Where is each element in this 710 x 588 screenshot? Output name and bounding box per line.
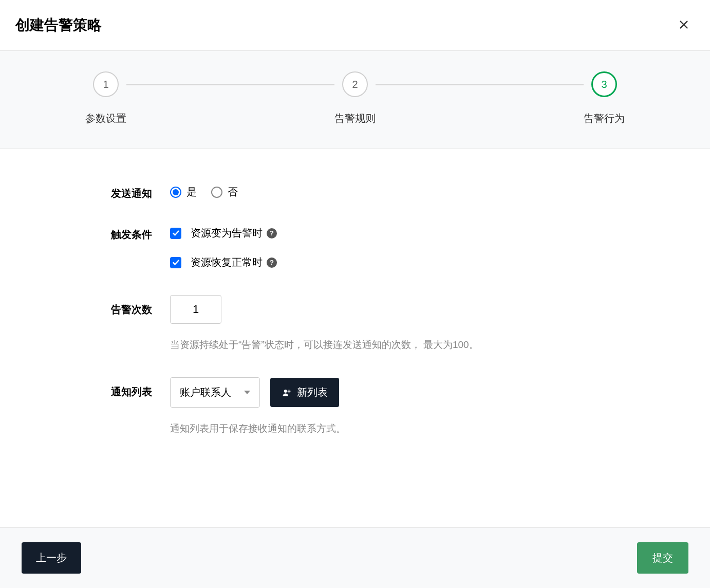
row-notification-list: 通知列表 账户联系人 新列表 通知列表用于保存接收通知的联系方式。 (98, 377, 612, 435)
checkbox-icon (170, 228, 181, 239)
submit-button[interactable]: 提交 (637, 542, 688, 574)
new-list-button[interactable]: 新列表 (270, 378, 339, 407)
radio-yes[interactable]: 是 (170, 185, 197, 199)
radio-icon (211, 187, 222, 198)
radio-label: 否 (228, 185, 238, 199)
svg-point-2 (284, 390, 287, 393)
checkbox-group-trigger: 资源变为告警时 ? 资源恢复正常时 ? (170, 226, 612, 269)
field-label: 触发条件 (98, 226, 170, 242)
help-icon[interactable]: ? (267, 258, 277, 268)
field-label: 发送通知 (98, 185, 170, 200)
step-connector (376, 84, 584, 85)
checkbox-label: 资源恢复正常时 ? (191, 255, 277, 269)
add-user-icon (282, 388, 292, 397)
field-label: 通知列表 (98, 377, 170, 399)
checkbox-text: 资源变为告警时 (191, 226, 263, 240)
dropdown-selected: 账户联系人 (180, 385, 231, 399)
checkbox-text: 资源恢复正常时 (191, 255, 263, 269)
form-body: 发送通知 是 否 触发条件 (98, 149, 612, 435)
step-label: 参数设置 (85, 112, 126, 125)
alarm-count-input[interactable] (170, 295, 221, 324)
help-icon[interactable]: ? (267, 228, 277, 238)
row-alarm-count: 告警次数 当资源持续处于“告警”状态时，可以接连发送通知的次数， 最大为100。 (98, 295, 612, 352)
dialog-title: 创建告警策略 (15, 15, 102, 35)
button-label: 新列表 (297, 385, 328, 399)
row-trigger-condition: 触发条件 资源变为告警时 ? 资源恢复正常时 (98, 226, 612, 269)
step-3[interactable]: 3 告警行为 (584, 71, 625, 125)
checkbox-label: 资源变为告警时 ? (191, 226, 277, 240)
row-send-notification: 发送通知 是 否 (98, 185, 612, 200)
svg-rect-4 (288, 391, 291, 392)
step-number: 3 (591, 71, 617, 97)
checkbox-icon (170, 257, 181, 268)
radio-label: 是 (186, 185, 197, 199)
step-number: 1 (93, 71, 119, 97)
step-1[interactable]: 1 参数设置 (85, 71, 126, 125)
radio-icon (170, 187, 181, 198)
step-label: 告警规则 (334, 112, 376, 125)
field-label: 告警次数 (98, 295, 170, 317)
checkbox-alarm[interactable]: 资源变为告警时 ? (170, 226, 612, 240)
prev-step-button[interactable]: 上一步 (22, 542, 81, 574)
dialog-footer: 上一步 提交 (0, 527, 710, 588)
hint-text: 当资源持续处于“告警”状态时，可以接连发送通知的次数， 最大为100。 (170, 338, 612, 352)
chevron-down-icon (244, 391, 250, 394)
checkbox-recover[interactable]: 资源恢复正常时 ? (170, 255, 612, 269)
step-label: 告警行为 (584, 112, 625, 125)
step-connector (126, 84, 334, 85)
close-icon (678, 19, 689, 30)
notification-list-dropdown[interactable]: 账户联系人 (170, 377, 260, 408)
step-2[interactable]: 2 告警规则 (334, 71, 376, 125)
steps-wizard: 1 参数设置 2 告警规则 3 告警行为 (0, 51, 710, 149)
radio-group-send: 是 否 (170, 185, 612, 199)
hint-text: 通知列表用于保存接收通知的联系方式。 (170, 422, 612, 435)
dialog-header: 创建告警策略 (0, 0, 710, 51)
step-number: 2 (342, 71, 368, 97)
close-button[interactable] (673, 17, 695, 33)
radio-no[interactable]: 否 (211, 185, 238, 199)
